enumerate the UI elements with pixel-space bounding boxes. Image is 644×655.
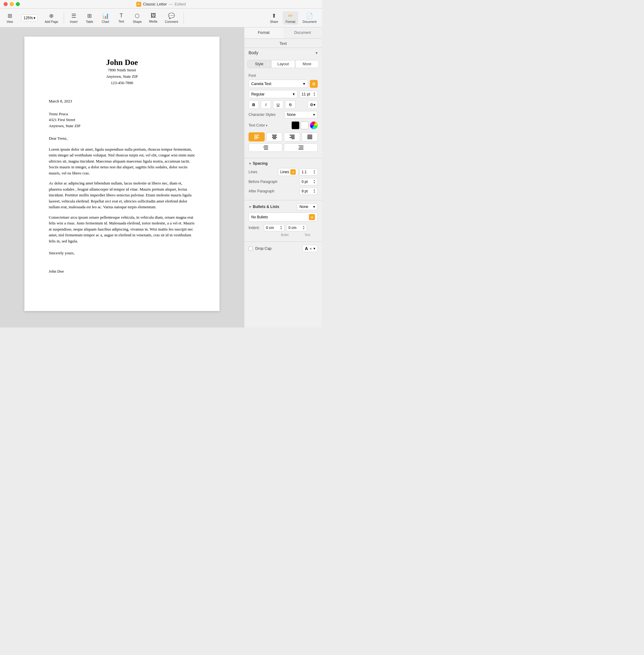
svg-rect-13 (307, 136, 312, 137)
lines-spacing-row: Lines Lines ▾ 1.1 ▲ ▼ (249, 168, 318, 176)
lines-value-spinner[interactable]: 1.1 ▲ ▼ (299, 168, 318, 176)
text-indent-value: 0 cm (289, 226, 296, 230)
lines-spinner-arrows[interactable]: ▲ ▼ (313, 170, 316, 175)
character-styles-row: Character Styles None ▾ (249, 111, 318, 118)
body-style-arrow[interactable]: ▾ (316, 51, 318, 55)
font-browse-button[interactable]: ⊕ (310, 80, 318, 88)
bullets-type-dropdown[interactable]: None ▾ (297, 203, 318, 210)
character-styles-dropdown[interactable]: None ▾ (284, 111, 318, 118)
white-swatch[interactable] (301, 121, 308, 129)
titlebar: P Classic Letter — Edited (0, 0, 322, 8)
before-para-row: Before Paragraph 0 pt ▲ ▼ (249, 178, 318, 185)
spacing-collapse-icon[interactable]: ▼ (249, 162, 252, 165)
strikethrough-button[interactable]: S (285, 100, 296, 109)
svg-rect-4 (272, 135, 277, 135)
font-size-spinner[interactable]: 11 pt ▲ ▼ (299, 91, 318, 98)
format-icon: ✏ (288, 13, 293, 19)
drop-cap-style-arrow: ▾ (314, 246, 315, 251)
bold-button[interactable]: B (249, 100, 259, 109)
bullets-collapse-icon[interactable]: ▼ (249, 205, 252, 208)
media-button[interactable]: 🖼 Media (146, 11, 161, 24)
align-center-button[interactable] (266, 132, 282, 141)
insert-label: Insert (70, 20, 77, 23)
indent-row: Indent: 0 cm ▲ ▼ 0 cm ▲ ▼ (249, 224, 318, 231)
drop-cap-checkbox[interactable] (249, 246, 253, 251)
format-button[interactable]: ✏ Format (283, 11, 299, 25)
before-para-value: 0 pt (302, 180, 308, 184)
traffic-lights (4, 2, 20, 6)
zoom-button[interactable] (16, 2, 20, 6)
after-para-arrows[interactable]: ▲ ▼ (313, 189, 316, 194)
recipient-name: Trenz Pruca (49, 111, 195, 117)
minimize-button[interactable] (10, 2, 14, 6)
align-justify-button[interactable] (302, 132, 318, 141)
subtab-style[interactable]: Style (247, 60, 271, 68)
font-style-dropdown[interactable]: Regular ▾ (249, 90, 298, 98)
after-para-spinner[interactable]: 9 pt ▲ ▼ (299, 187, 318, 195)
align-left-button[interactable] (249, 132, 265, 141)
recipient-city: Anytown, State ZIP (49, 123, 195, 129)
chart-button[interactable]: 📊 Chart (98, 11, 113, 25)
tab-document[interactable]: Document (283, 27, 322, 39)
zoom-control[interactable]: 125% ▾ (18, 13, 41, 23)
font-name-dropdown[interactable]: Canela Text ▾ (249, 80, 308, 88)
share-button[interactable]: ⬆ Share (267, 11, 281, 25)
lines-label: Lines (249, 170, 257, 174)
no-bullets-dropdown[interactable]: No Bullets ⊕ (249, 212, 318, 222)
underline-button[interactable]: U (273, 100, 283, 109)
comment-button[interactable]: 💬 Comment (162, 11, 181, 25)
toolbar: ⊞ View 125% ▾ ⊕ Add Page ☰ Insert ⊞ Tabl… (0, 8, 322, 27)
lines-type-value: Lines (280, 170, 289, 174)
advanced-format-button[interactable]: ⚙ ▾ (307, 100, 318, 109)
color-wheel[interactable] (310, 121, 318, 129)
svg-rect-0 (254, 135, 259, 135)
svg-rect-16 (264, 145, 268, 146)
font-section: Font Canela Text ▾ ⊕ Regular ▾ 11 pt (244, 70, 322, 158)
before-para-arrows[interactable]: ▲ ▼ (313, 179, 316, 184)
font-size-arrows[interactable]: ▲ ▼ (313, 92, 316, 97)
address-line1: 7890 Ninth Street (49, 67, 195, 73)
text-indent-arrows[interactable]: ▲ ▼ (302, 225, 305, 230)
address-line2: Anytown, State ZIP (49, 73, 195, 80)
view-button[interactable]: ⊞ View (2, 11, 17, 25)
drop-cap-style-picker[interactable]: A ≡ ▾ (302, 245, 318, 252)
drop-cap-row: Drop Cap A ≡ ▾ (249, 245, 318, 252)
panel-header-tabs: Format Document (244, 27, 322, 39)
letter-signature: John Doe (49, 268, 195, 274)
close-button[interactable] (4, 2, 8, 6)
list-indent-button[interactable] (284, 143, 318, 152)
bullets-none-arrow: ▾ (313, 205, 315, 209)
insert-button[interactable]: ☰ Insert (67, 11, 81, 25)
list-style-row (249, 143, 318, 152)
zoom-dropdown[interactable]: 125% ▾ (21, 14, 38, 22)
font-section-label: Font (249, 73, 318, 78)
subtab-more[interactable]: More (295, 60, 319, 68)
black-swatch[interactable] (292, 121, 299, 129)
text-indent-spinner[interactable]: 0 cm ▲ ▼ (286, 224, 307, 231)
add-page-button[interactable]: ⊕ Add Page (42, 11, 61, 25)
letter-para-3: Consectetuer arcu ipsum ornare pellentes… (49, 214, 195, 244)
after-para-value: 9 pt (302, 189, 308, 193)
shape-button[interactable]: ⬡ Shape (130, 11, 145, 25)
table-button[interactable]: ⊞ Table (82, 11, 97, 25)
before-para-spinner[interactable]: 0 pt ▲ ▼ (299, 178, 318, 185)
font-style-arrow: ▾ (293, 92, 295, 96)
bullet-indent-spinner[interactable]: 0 cm ▲ ▼ (264, 224, 284, 231)
italic-button[interactable]: I (261, 100, 271, 109)
drop-cap-label: Drop Cap (255, 246, 272, 251)
no-bullets-value: No Bullets (251, 215, 268, 219)
bullets-header: ▼ Bullets & Lists None ▾ (249, 203, 318, 210)
align-right-button[interactable] (284, 132, 300, 141)
text-button[interactable]: T Text (114, 11, 129, 24)
bullet-indent-arrows[interactable]: ▲ ▼ (280, 225, 282, 230)
tab-format[interactable]: Format (244, 27, 283, 39)
lines-type-dropdown[interactable]: Lines ▾ (278, 168, 298, 176)
svg-rect-18 (264, 148, 268, 149)
document-button[interactable]: 📄 Document (299, 11, 320, 25)
svg-rect-9 (291, 136, 295, 137)
list-outdent-button[interactable] (249, 143, 282, 152)
document-edited: — (169, 2, 172, 6)
svg-rect-2 (254, 137, 259, 138)
svg-rect-8 (290, 135, 295, 135)
subtab-layout[interactable]: Layout (271, 60, 295, 68)
